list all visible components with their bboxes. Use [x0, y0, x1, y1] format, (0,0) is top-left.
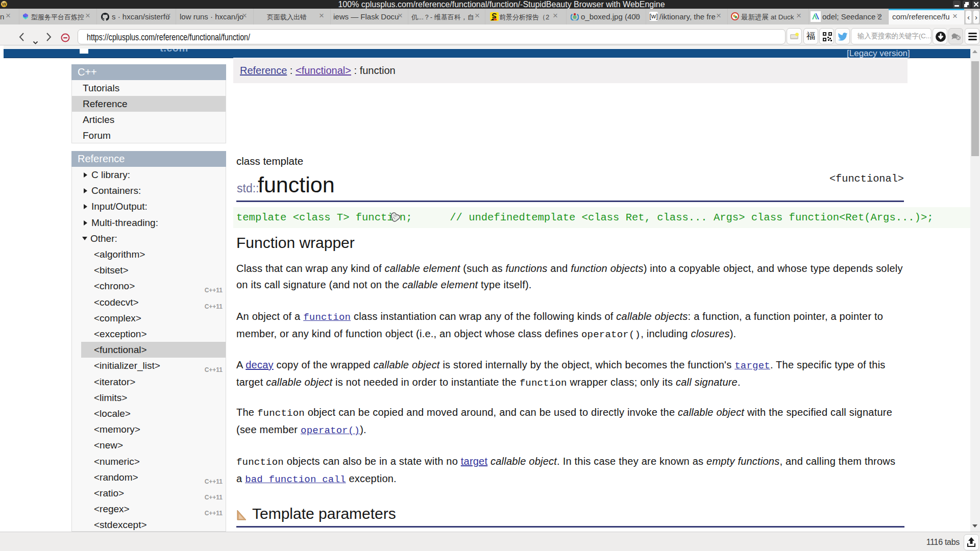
svg-text:https://cplusplus.com/referenc: https://cplusplus.com/reference/function… [87, 32, 251, 42]
